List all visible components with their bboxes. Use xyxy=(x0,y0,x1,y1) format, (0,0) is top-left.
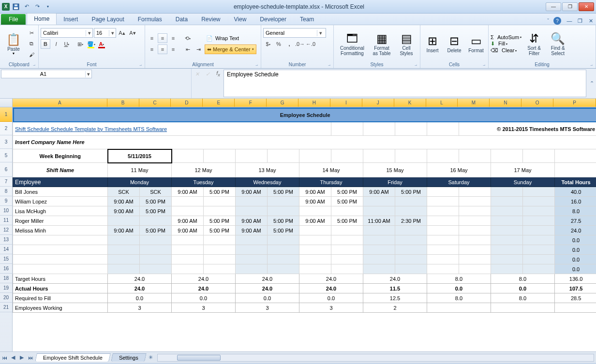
cell[interactable] xyxy=(395,197,427,206)
cell[interactable] xyxy=(299,264,331,274)
column-header[interactable]: O xyxy=(522,99,553,107)
cell[interactable] xyxy=(140,255,172,264)
row-header[interactable]: 1 xyxy=(0,107,12,122)
cell[interactable] xyxy=(491,303,555,313)
cell[interactable] xyxy=(172,149,204,163)
cell[interactable] xyxy=(491,245,523,255)
enter-formula-icon[interactable]: ✓ xyxy=(202,70,213,78)
comma-format-icon[interactable]: , xyxy=(284,39,294,49)
cell[interactable]: Roger Miller xyxy=(13,216,108,226)
cell[interactable] xyxy=(395,245,427,255)
cell[interactable]: 9:00 AM xyxy=(236,226,268,235)
cell[interactable] xyxy=(236,245,268,255)
cell[interactable]: 14 May xyxy=(299,163,363,177)
row-header[interactable]: 15 xyxy=(0,254,12,264)
delete-cells-button[interactable]: ⊟Delete xyxy=(444,28,464,60)
column-header[interactable]: P xyxy=(553,99,596,107)
cell[interactable] xyxy=(172,255,204,264)
cell[interactable] xyxy=(204,206,236,216)
font-size-combo[interactable]: ▾ xyxy=(94,28,116,38)
cell[interactable]: 0.0 xyxy=(172,293,236,303)
cell[interactable]: 9:00 AM xyxy=(172,187,204,197)
cell[interactable]: Tuesday xyxy=(172,177,236,187)
cell[interactable]: 24.0 xyxy=(108,284,172,293)
insert-cells-button[interactable]: ⊞Insert xyxy=(422,28,443,60)
cell[interactable] xyxy=(363,226,395,235)
cell[interactable] xyxy=(363,197,395,206)
cell[interactable] xyxy=(236,197,268,206)
cell[interactable]: 0.0 xyxy=(236,293,299,303)
row-header[interactable]: 9 xyxy=(0,196,12,206)
cell[interactable]: 2:30 PM xyxy=(395,216,427,226)
row-header[interactable]: 6 xyxy=(0,162,12,177)
mdi-close-icon[interactable]: ✕ xyxy=(586,17,595,25)
prev-sheet-icon[interactable]: ◀ xyxy=(9,353,17,362)
cell[interactable] xyxy=(491,255,523,264)
cell[interactable] xyxy=(140,235,172,245)
shift-name-cell[interactable]: Shift Name xyxy=(13,163,108,177)
copy-icon[interactable]: ⧉ xyxy=(27,39,36,49)
row-header[interactable]: 7 xyxy=(0,177,12,187)
cut-icon[interactable]: ✂ xyxy=(27,29,36,38)
cell[interactable] xyxy=(427,197,459,206)
cell[interactable] xyxy=(108,216,140,226)
row-header[interactable]: 3 xyxy=(0,135,12,149)
cell[interactable] xyxy=(427,264,459,274)
cell[interactable] xyxy=(140,245,172,255)
column-header[interactable]: M xyxy=(458,99,490,107)
cell[interactable]: 9:00 AM xyxy=(108,226,140,235)
format-painter-icon[interactable]: 🖌 xyxy=(27,50,36,59)
align-top-icon[interactable]: ≡ xyxy=(147,33,157,43)
cell[interactable]: 24.0 xyxy=(172,274,236,284)
cell[interactable] xyxy=(491,264,523,274)
fill-color-button[interactable]: 🪣▾ xyxy=(86,39,96,49)
cell[interactable] xyxy=(523,245,555,255)
cell[interactable]: 8.0 xyxy=(491,274,555,284)
cell[interactable] xyxy=(13,264,108,274)
increase-decimal-icon[interactable]: .0→ xyxy=(295,39,305,49)
cell[interactable] xyxy=(299,235,331,245)
cell[interactable]: 13 May xyxy=(236,163,299,177)
increase-font-icon[interactable]: A▴ xyxy=(117,28,127,38)
find-select-button[interactable]: 🔍Find & Select xyxy=(547,28,569,60)
save-icon[interactable] xyxy=(12,2,20,11)
cell[interactable] xyxy=(331,255,363,264)
cell[interactable] xyxy=(459,149,491,163)
cell[interactable] xyxy=(204,149,236,163)
cell[interactable]: 9:00 AM xyxy=(236,187,268,197)
cell[interactable] xyxy=(140,216,172,226)
underline-button[interactable]: U▾ xyxy=(62,39,72,49)
worksheet[interactable]: Employee ScheduleShift Schedule Schedule… xyxy=(13,107,596,313)
cell[interactable]: 0.0 xyxy=(427,284,491,293)
name-box[interactable]: ▾ xyxy=(1,70,92,78)
cell[interactable] xyxy=(395,122,427,136)
cell[interactable] xyxy=(236,149,268,163)
cell[interactable]: Week Beginning xyxy=(13,149,108,163)
cell[interactable]: 16.0 xyxy=(555,197,596,206)
cell[interactable]: 9:00 AM xyxy=(299,216,331,226)
tab-view[interactable]: View xyxy=(227,14,253,25)
cell[interactable] xyxy=(331,226,363,235)
tab-home[interactable]: Home xyxy=(27,13,57,25)
cell[interactable]: 5:00 PM xyxy=(140,206,172,216)
cell[interactable] xyxy=(204,245,236,255)
column-header[interactable]: C xyxy=(139,99,171,107)
cell[interactable] xyxy=(172,206,204,216)
cell[interactable] xyxy=(523,206,555,216)
cell[interactable]: 5:00 PM xyxy=(268,226,299,235)
cell[interactable]: Target Hours xyxy=(13,274,108,284)
cell[interactable] xyxy=(331,245,363,255)
company-name-cell[interactable]: Insert Company Name Here xyxy=(13,136,596,149)
align-right-icon[interactable]: ≡ xyxy=(168,44,178,54)
cell[interactable]: Thursday xyxy=(299,177,363,187)
tab-developer[interactable]: Developer xyxy=(253,14,293,25)
cell[interactable]: 3 xyxy=(299,303,363,313)
cell[interactable] xyxy=(523,226,555,235)
cell[interactable]: 136.0 xyxy=(555,274,596,284)
cell[interactable] xyxy=(236,264,268,274)
cell[interactable] xyxy=(363,245,395,255)
sheet-tab-settings[interactable]: Settings xyxy=(111,353,146,362)
column-header[interactable]: L xyxy=(426,99,458,107)
cell[interactable]: 5:00 PM xyxy=(331,187,363,197)
cell[interactable] xyxy=(204,197,236,206)
